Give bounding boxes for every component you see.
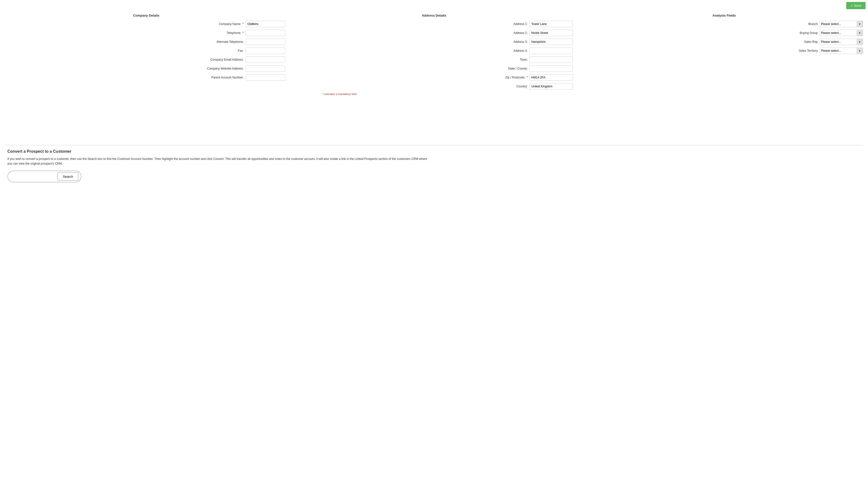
fax-row: Fax: (7, 47, 285, 54)
address-details-section: Address Details Address 1: Address 2: Ad… (295, 14, 573, 95)
country-input[interactable] (530, 83, 573, 90)
postcode-required: * (526, 76, 528, 79)
town-input[interactable] (530, 57, 573, 63)
main-form: Company Details Company Name: * Telephon… (5, 2, 863, 95)
convert-title: Convert a Prospect to a Customer (7, 149, 861, 154)
alt-telephone-label: Alternate Telephone: (211, 40, 246, 44)
alt-telephone-input[interactable] (246, 38, 285, 45)
postcode-label: Zip / Postcode: * (502, 76, 530, 79)
company-name-row: Company Name: * (7, 21, 285, 27)
fax-input[interactable] (246, 47, 285, 54)
address1-input[interactable] (530, 21, 573, 27)
sales-territory-select[interactable]: Please select... (820, 47, 857, 54)
search-input[interactable] (11, 173, 55, 180)
address1-label: Address 1: (502, 22, 530, 26)
state-county-label: State / County: (502, 67, 530, 70)
analysis-fields-title: Analysis Fields (585, 14, 863, 17)
sales-territory-select-wrapper: Please select... ▼ (820, 47, 863, 54)
company-details-title: Company Details (7, 14, 285, 17)
sales-territory-dropdown-arrow[interactable]: ▼ (857, 47, 863, 54)
fax-label: Fax: (211, 49, 246, 52)
buying-group-select[interactable]: Please select... (820, 30, 857, 36)
address4-input[interactable] (530, 47, 573, 54)
branch-select[interactable]: Please select... (820, 21, 857, 27)
company-name-label: Company Name: * (211, 22, 246, 26)
search-wrapper: Search (7, 171, 81, 182)
company-details-section: Company Details Company Name: * Telephon… (7, 14, 285, 95)
address3-label: Address 3: (502, 40, 530, 44)
convert-description: If you wish to convert a prospect to a c… (7, 157, 428, 166)
address4-label: Address 4: (502, 49, 530, 52)
company-email-input[interactable] (246, 57, 285, 63)
branch-select-wrapper: Please select... ▼ (820, 21, 863, 27)
telephone-input[interactable] (246, 30, 285, 36)
top-bar: ✓ Save (846, 2, 866, 9)
page-wrapper: ✓ Save Company Details Company Name: * T… (0, 0, 868, 496)
sales-territory-label: Sales Territory (792, 49, 820, 52)
branch-label: Branch (792, 22, 820, 26)
address-details-title: Address Details (295, 14, 573, 17)
convert-section: Convert a Prospect to a Customer If you … (5, 149, 863, 182)
sales-rep-label: Sales Rep (792, 40, 820, 44)
search-button[interactable]: Search (58, 172, 78, 181)
state-county-input[interactable] (530, 65, 573, 72)
buying-group-label: Buying Group (792, 31, 820, 35)
address1-row: Address 1: (295, 21, 573, 27)
country-label: Country: (502, 84, 530, 88)
address2-row: Address 2: (295, 30, 573, 36)
sales-rep-row: Sales Rep Please select... ▼ (585, 38, 863, 45)
postcode-row: Zip / Postcode: * (295, 74, 573, 81)
save-button[interactable]: ✓ Save (846, 2, 866, 9)
buying-group-dropdown-arrow[interactable]: ▼ (857, 30, 863, 36)
branch-dropdown-arrow[interactable]: ▼ (857, 21, 863, 27)
address2-input[interactable] (530, 30, 573, 36)
company-website-label: Company Website Address: (207, 67, 246, 70)
sales-rep-dropdown-arrow[interactable]: ▼ (857, 38, 863, 45)
address3-row: Address 3: (295, 38, 573, 45)
telephone-label: Telephone: * (211, 31, 246, 35)
company-email-label: Company Email Address: (210, 58, 246, 61)
parent-account-row: Parent Account Number: (7, 74, 285, 81)
parent-account-input[interactable] (246, 74, 285, 81)
mandatory-note: * indicates a mandatory field (322, 93, 573, 95)
company-website-input[interactable] (246, 65, 285, 72)
sales-rep-select-wrapper: Please select... ▼ (820, 38, 863, 45)
parent-account-label: Parent Account Number: (211, 76, 246, 79)
company-email-row: Company Email Address: (7, 57, 285, 63)
telephone-row: Telephone: * (7, 30, 285, 36)
town-row: Town: (295, 57, 573, 63)
sales-rep-select[interactable]: Please select... (820, 38, 857, 45)
search-area: Search (7, 171, 861, 182)
telephone-required: * (242, 31, 244, 35)
alt-telephone-row: Alternate Telephone: (7, 38, 285, 45)
company-name-input[interactable] (246, 21, 285, 27)
town-label: Town: (502, 58, 530, 61)
company-name-required: * (242, 22, 244, 26)
address3-input[interactable] (530, 38, 573, 45)
postcode-input[interactable] (530, 74, 573, 81)
company-website-row: Company Website Address: (7, 65, 285, 72)
branch-row: Branch Please select... ▼ (585, 21, 863, 27)
buying-group-select-wrapper: Please select... ▼ (820, 30, 863, 36)
sales-territory-row: Sales Territory Please select... ▼ (585, 47, 863, 54)
address2-label: Address 2: (502, 31, 530, 35)
analysis-fields-section: Analysis Fields Branch Please select... … (585, 14, 863, 95)
state-county-row: State / County: (295, 65, 573, 72)
buying-group-row: Buying Group Please select... ▼ (585, 30, 863, 36)
country-row: Country: (295, 83, 573, 90)
address4-row: Address 4: (295, 47, 573, 54)
